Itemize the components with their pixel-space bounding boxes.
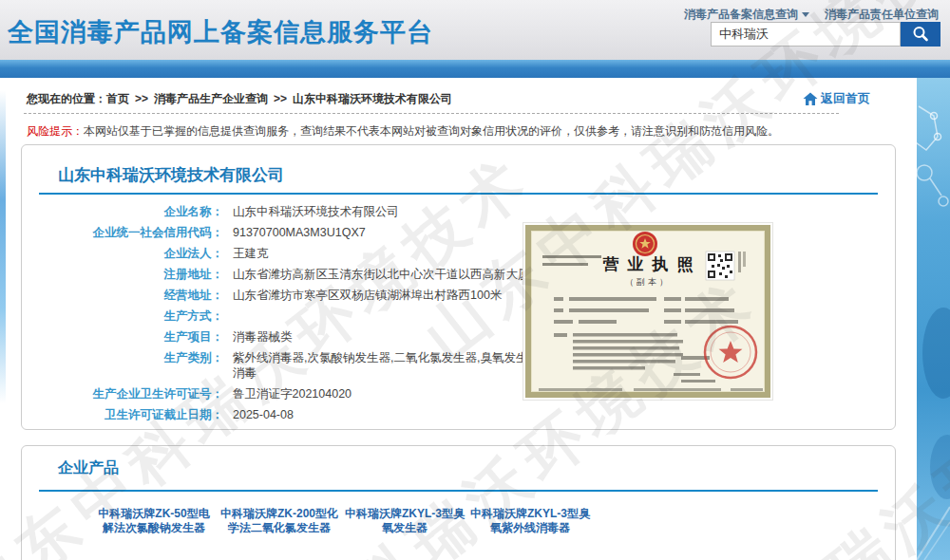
field-value: 91370700MA3M3U1QX7: [233, 225, 366, 240]
breadcrumb-home-link[interactable]: 首页: [106, 92, 129, 105]
breadcrumb-enterprise-query-link[interactable]: 消毒产品生产企业查询: [154, 92, 268, 105]
left-edge-decoration: [0, 90, 6, 403]
product-list: 中科瑞沃牌ZK-50型电解法次氯酸钠发生器 中科瑞沃牌ZK-200型化学法二氧化…: [94, 507, 590, 535]
breadcrumb-separator: >>: [274, 92, 287, 105]
chevron-down-icon: [802, 12, 809, 17]
red-seal: [705, 327, 756, 378]
nav-link-responsible-unit-query[interactable]: 消毒产品责任单位查询: [825, 7, 939, 23]
field-row: 卫生许可证截止日期： 2025-04-08: [22, 407, 895, 422]
field-label: 生产方式：: [22, 308, 223, 324]
license-certificate: 营业执照 （副本）: [525, 225, 770, 398]
home-icon: [803, 92, 818, 106]
dashed-divider: [24, 113, 839, 114]
field-row: 企业名称： 山东中科瑞沃环境技术有限公司: [22, 204, 895, 219]
field-label: 企业统一社会信用代码：: [22, 225, 223, 240]
product-link[interactable]: 中科瑞沃牌ZK-50型电解法次氯酸钠发生器: [94, 507, 214, 535]
breadcrumb-current-page: 山东中科瑞沃环境技术有限公司: [293, 92, 452, 105]
breadcrumb-prefix: 您现在的位置：: [27, 92, 106, 105]
nav-link-record-info-query[interactable]: 消毒产品备案信息查询: [684, 7, 809, 23]
field-label: 生产项目：: [22, 329, 223, 345]
field-label: 卫生许可证截止日期：: [22, 407, 223, 422]
field-label: 注册地址：: [22, 267, 223, 282]
field-label: 企业名称：: [22, 204, 223, 219]
risk-notice-label: 风险提示：: [27, 124, 84, 138]
top-nav: 消毒产品备案信息查询 消毒产品责任单位查询: [684, 7, 939, 23]
field-label: 企业法人：: [22, 246, 223, 261]
field-label: 生产类别：: [22, 350, 223, 381]
back-home-link[interactable]: 返回首页: [803, 90, 870, 107]
breadcrumb-separator: >>: [135, 92, 148, 105]
title-underline: [39, 193, 878, 195]
company-products-panel: 企业产品 中科瑞沃牌ZK-50型电解法次氯酸钠发生器 中科瑞沃牌ZK-200型化…: [21, 445, 896, 560]
field-value: 王建克: [233, 246, 269, 261]
product-link[interactable]: 中科瑞沃牌ZKYL-3型臭氧发生器: [345, 507, 465, 535]
field-value: 消毒器械类: [233, 329, 293, 345]
breadcrumb: 您现在的位置：首页>>消毒产品生产企业查询>>山东中科瑞沃环境技术有限公司: [27, 91, 452, 107]
product-link[interactable]: 中科瑞沃牌ZK-200型化学法二氧化氯发生器: [219, 507, 339, 535]
nav-link-record-info-query-label: 消毒产品备案信息查询: [684, 8, 798, 21]
search-button[interactable]: [901, 22, 940, 47]
field-value: 2025-04-08: [233, 407, 294, 422]
products-title: 企业产品: [58, 458, 119, 478]
field-label: 经营地址：: [22, 288, 223, 303]
search-input[interactable]: [711, 22, 901, 47]
chemistry-decoration: [917, 78, 950, 560]
molecule-art: [917, 78, 950, 560]
risk-notice-text: 本网站仅基于已掌握的信息提供查询服务，查询结果不代表本网站对被查询对象信用状况的…: [84, 124, 779, 138]
header-divider-bar: [0, 60, 950, 78]
field-value: 山东省潍坊市寒亭区双杨店镇湖淋埠出村路西100米: [233, 288, 502, 303]
page: 全国消毒产品网上备案信息服务平台 消毒产品备案信息查询 消毒产品责任单位查询: [0, 0, 950, 560]
search-icon: [912, 26, 929, 43]
risk-notice: 风险提示：本网站仅基于已掌握的信息提供查询服务，查询结果不代表本网站对被查询对象…: [27, 123, 901, 140]
nav-link-responsible-unit-query-label: 消毒产品责任单位查询: [825, 8, 939, 21]
company-title: 山东中科瑞沃环境技术有限公司: [58, 164, 284, 186]
site-title: 全国消毒产品网上备案信息服务平台: [8, 15, 433, 49]
license-subtitle: （副本）: [531, 276, 765, 289]
title-underline: [39, 490, 878, 492]
field-value: 山东省潍坊高新区玉清东街以北中心次干道以西高新大厦502房间: [233, 267, 573, 282]
product-link[interactable]: 中科瑞沃牌ZKYL-3型臭氧紫外线消毒器: [470, 507, 590, 535]
back-home-label: 返回首页: [821, 90, 870, 107]
site-header: 全国消毒产品网上备案信息服务平台 消毒产品备案信息查询 消毒产品责任单位查询: [0, 0, 950, 60]
business-license-image: 营业执照 （副本）: [523, 223, 772, 400]
search-bar: [711, 22, 940, 47]
field-value: 山东中科瑞沃环境技术有限公司: [233, 204, 399, 219]
company-info-panel: 山东中科瑞沃环境技术有限公司 企业名称： 山东中科瑞沃环境技术有限公司 企业统一…: [21, 144, 896, 430]
field-value: 鲁卫消证字202104020: [233, 386, 352, 401]
license-title: 营业执照: [531, 253, 765, 275]
field-label: 生产企业卫生许可证号：: [22, 386, 223, 401]
